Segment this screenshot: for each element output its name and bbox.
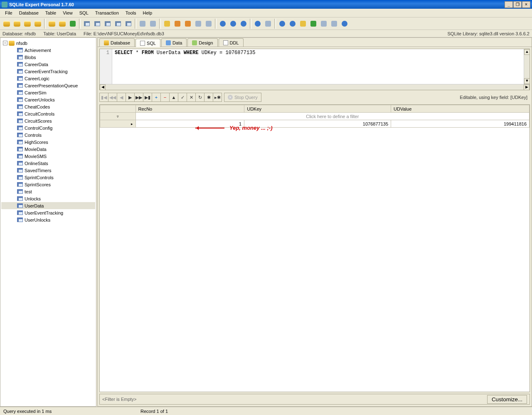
menu-tools[interactable]: Tools: [122, 10, 140, 16]
tree-item-userdata[interactable]: UserData: [1, 202, 95, 209]
tree-item-careersim[interactable]: CareerSim: [1, 89, 95, 96]
tree-item-onlinestats[interactable]: OnlineStats: [1, 160, 95, 167]
menu-table[interactable]: Table: [42, 10, 59, 16]
nav-goto-bookmark[interactable]: ▸✱: [213, 93, 222, 102]
nav-cancel[interactable]: ✕: [187, 93, 196, 102]
tb-paste[interactable]: [162, 19, 172, 29]
tree-item-moviesms[interactable]: MovieSMS: [1, 153, 95, 160]
tb-new-db[interactable]: [2, 19, 12, 29]
tb-info[interactable]: [340, 19, 350, 29]
tab-design[interactable]: Design: [187, 38, 217, 47]
menu-transaction[interactable]: Transaction: [92, 10, 122, 16]
tree-item-cheatcodes[interactable]: CheatCodes: [1, 103, 95, 110]
scroll-down-icon[interactable]: ▼: [524, 78, 530, 84]
tb-table1[interactable]: [82, 19, 92, 29]
tb-edit-db[interactable]: [33, 19, 43, 29]
nav-next-page[interactable]: ▶▶: [134, 93, 143, 102]
nav-delete[interactable]: −: [160, 93, 170, 102]
tree-root[interactable]: −nfsdb: [1, 40, 95, 47]
tree-item-careerunlocks[interactable]: CareerUnlocks: [1, 96, 95, 103]
tree-item-careerlogic[interactable]: CareerLogic: [1, 75, 95, 82]
tb-table4[interactable]: [113, 19, 123, 29]
tb-cut[interactable]: [183, 19, 193, 29]
tb-back[interactable]: [228, 19, 238, 29]
cell-udvalue[interactable]: 199411816: [391, 120, 530, 128]
tree-item-circuitscores[interactable]: CircuitScores: [1, 117, 95, 124]
tb-key[interactable]: [298, 19, 308, 29]
tree-item-achievement[interactable]: Achievement: [1, 47, 95, 54]
nav-insert[interactable]: +: [152, 93, 161, 102]
tb-world[interactable]: [288, 19, 298, 29]
tb-edit[interactable]: [308, 19, 318, 29]
minimize-button[interactable]: _: [505, 1, 513, 8]
nav-refresh[interactable]: ↻: [195, 93, 204, 102]
sql-editor[interactable]: 1 SELECT * FROM UserData WHERE UDKey = 1…: [99, 49, 530, 90]
tb-table2[interactable]: [92, 19, 102, 29]
tb-add-db[interactable]: [12, 19, 22, 29]
tree-item-controls[interactable]: Controls: [1, 131, 95, 138]
tb-window[interactable]: [263, 19, 273, 29]
nav-post[interactable]: ✓: [178, 93, 187, 102]
col-recno[interactable]: RecNo: [135, 105, 244, 113]
tab-sql[interactable]: SQL: [135, 39, 160, 47]
tb-run[interactable]: [218, 19, 228, 29]
menu-file[interactable]: File: [2, 10, 16, 16]
tree-item-careerdata[interactable]: CareerData: [1, 61, 95, 68]
tb-copy[interactable]: [172, 19, 182, 29]
tb-misc2[interactable]: [204, 19, 214, 29]
tree-item-sprintscores[interactable]: SprintScores: [1, 181, 95, 188]
tb-index2[interactable]: [148, 19, 158, 29]
tb-doc[interactable]: [329, 19, 339, 29]
tree-item-unlocks[interactable]: Unlocks: [1, 195, 95, 202]
col-udvalue[interactable]: UDValue: [391, 105, 530, 113]
tb-db-queue[interactable]: [57, 19, 67, 29]
tree-item-sprintcontrols[interactable]: SprintControls: [1, 174, 95, 181]
tree-item-careerpresentationqueue[interactable]: CareerPresentationQueue: [1, 82, 95, 89]
nav-next[interactable]: ▶: [126, 93, 135, 102]
nav-first[interactable]: ▮◀: [99, 93, 108, 102]
tree-item-careereventtracking[interactable]: CareerEventTracking: [1, 68, 95, 75]
tree-item-userunlocks[interactable]: UserUnlocks: [1, 216, 95, 223]
tree-item-controlconfig[interactable]: ControlConfig: [1, 124, 95, 131]
tb-table3[interactable]: [103, 19, 113, 29]
tree-item-test[interactable]: test: [1, 188, 95, 195]
tree-item-savedtimers[interactable]: SavedTimers: [1, 167, 95, 174]
tb-cloud[interactable]: [253, 19, 263, 29]
sql-hscroll[interactable]: ◀ ▶: [100, 84, 530, 90]
tb-table5[interactable]: [123, 19, 133, 29]
nav-prev[interactable]: ◀: [117, 93, 126, 102]
tree-item-blobs[interactable]: Blobs: [1, 54, 95, 61]
restore-button[interactable]: ❐: [513, 1, 522, 8]
scroll-right-icon[interactable]: ▶: [524, 84, 530, 90]
close-button[interactable]: ×: [522, 1, 530, 8]
nav-up[interactable]: ▲: [169, 93, 178, 102]
tb-index1[interactable]: [138, 19, 148, 29]
nav-bookmark[interactable]: ✱: [204, 93, 213, 102]
collapse-icon[interactable]: −: [3, 41, 7, 45]
tb-refresh-db[interactable]: [47, 19, 57, 29]
filter-funnel-icon[interactable]: ▿: [100, 113, 136, 120]
nav-prev-page[interactable]: ◀◀: [108, 93, 117, 102]
tab-data[interactable]: Data: [161, 38, 187, 47]
tb-misc1[interactable]: [193, 19, 203, 29]
sql-code[interactable]: SELECT * FROM UserData WHERE UDKey = 107…: [112, 49, 530, 84]
customize-button[interactable]: Customize...: [487, 395, 527, 404]
menu-help[interactable]: Help: [140, 10, 156, 16]
tab-ddl[interactable]: DDL: [219, 38, 244, 47]
tb-remove-db[interactable]: [22, 19, 32, 29]
col-udkey[interactable]: UDKey: [244, 105, 391, 113]
tb-commit[interactable]: [68, 19, 78, 29]
tab-database[interactable]: Database: [99, 38, 135, 47]
stop-query-button[interactable]: ×Stop Query: [224, 93, 261, 102]
tree-item-circuitcontrols[interactable]: CircuitControls: [1, 110, 95, 117]
sql-vscroll[interactable]: ▲ ▼: [524, 49, 530, 84]
tree-item-usereventtracking[interactable]: UserEventTracking: [1, 209, 95, 216]
tb-help[interactable]: [277, 19, 287, 29]
tb-mail[interactable]: [319, 19, 329, 29]
filter-row[interactable]: Click here to define a filter: [135, 113, 529, 120]
scroll-left-icon[interactable]: ◀: [100, 84, 106, 90]
tree-item-highscores[interactable]: HighScores: [1, 138, 95, 146]
tree-item-moviedata[interactable]: MovieData: [1, 146, 95, 153]
scroll-up-icon[interactable]: ▲: [524, 49, 530, 55]
tb-forward[interactable]: [239, 19, 249, 29]
